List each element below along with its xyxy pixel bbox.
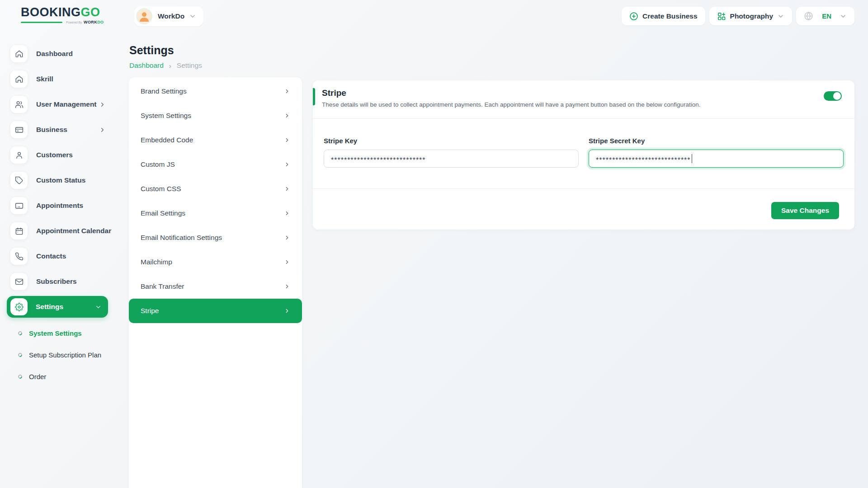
calendar-icon <box>10 222 28 239</box>
business-type-dropdown[interactable]: Photography <box>709 7 793 25</box>
chevron-right-icon <box>284 235 290 241</box>
sidebar-item-user-management[interactable]: User Management <box>0 92 128 117</box>
chevron-right-icon <box>99 101 106 108</box>
avatar <box>136 8 152 24</box>
header-actions: Create Business Photography EN <box>622 7 854 25</box>
settings-sub-menu: System Settings Setup Subscription Plan … <box>0 322 128 387</box>
chevron-down-icon <box>189 13 196 20</box>
language-label: EN <box>822 12 831 20</box>
stripe-secret-key-label: Stripe Secret Key <box>589 137 844 145</box>
chevron-right-icon <box>284 161 290 168</box>
breadcrumb-dashboard-link[interactable]: Dashboard <box>129 61 164 70</box>
create-business-label: Create Business <box>642 12 697 20</box>
home-icon <box>10 45 28 62</box>
sidebar-item-appointments[interactable]: Appointments <box>0 193 128 218</box>
gear-icon <box>10 298 28 315</box>
logo-text-accent: GO <box>81 5 100 19</box>
stripe-card-description: These details will be used to collect ap… <box>322 101 842 108</box>
stripe-settings-card: Stripe These details will be used to col… <box>313 80 854 230</box>
chevron-down-icon <box>777 13 784 20</box>
workspace-switcher[interactable]: WorkDo <box>134 6 203 26</box>
settings-menu-embedded-code[interactable]: Embedded Code <box>129 128 302 152</box>
chevron-right-icon <box>284 259 290 265</box>
settings-menu-system-settings[interactable]: System Settings <box>129 103 302 128</box>
users-icon <box>10 96 28 113</box>
bullet-icon <box>17 330 23 336</box>
stripe-card-title: Stripe <box>322 88 842 98</box>
chevron-right-icon <box>284 283 290 290</box>
stripe-card-header: Stripe These details will be used to col… <box>313 80 854 119</box>
language-dropdown[interactable]: EN <box>796 7 854 25</box>
top-header: BOOKINGGO Powered By WORKDO WorkDo Creat… <box>0 0 868 32</box>
stripe-key-value: ***************************** <box>331 156 426 164</box>
powered-brand: WORKDO <box>84 20 104 24</box>
settings-menu-custom-js[interactable]: Custom JS <box>129 152 302 177</box>
chevron-down-icon <box>95 304 102 310</box>
settings-menu-mailchimp[interactable]: Mailchimp <box>129 250 302 274</box>
page-head: Settings Dashboard › Settings <box>129 44 202 70</box>
chevron-right-icon <box>284 137 290 143</box>
credit-card-icon <box>10 197 28 214</box>
stripe-secret-key-input[interactable]: ***************************** <box>589 150 844 168</box>
chevron-right-icon <box>284 113 290 119</box>
sidebar-subitem-order[interactable]: Order <box>0 366 128 387</box>
sidebar-item-skrill[interactable]: Skrill <box>0 66 128 92</box>
circle-plus-icon <box>629 12 638 21</box>
sidebar-item-business[interactable]: Business <box>0 117 128 142</box>
chevron-right-icon <box>284 210 290 216</box>
toggle-knob <box>833 92 841 100</box>
settings-menu-custom-css[interactable]: Custom CSS <box>129 177 302 201</box>
sidebar-item-appointment-calendar[interactable]: Appointment Calendar <box>0 218 128 244</box>
stripe-key-field: Stripe Key ***************************** <box>324 137 579 168</box>
bullet-icon <box>17 374 23 380</box>
stripe-key-label: Stripe Key <box>324 137 579 145</box>
settings-menu-bank-transfer[interactable]: Bank Transfer <box>129 274 302 299</box>
breadcrumb-separator: › <box>169 62 171 70</box>
settings-menu-email-settings[interactable]: Email Settings <box>129 201 302 225</box>
settings-menu-stripe[interactable]: Stripe <box>129 299 302 323</box>
logo-text: BOOKINGGO <box>21 6 104 19</box>
sidebar-item-customers[interactable]: Customers <box>0 142 128 168</box>
create-business-button[interactable]: Create Business <box>622 7 705 25</box>
category-grid-icon <box>717 12 726 21</box>
stripe-enabled-toggle[interactable] <box>824 91 842 101</box>
logo-underline <box>21 22 62 23</box>
sidebar-item-contacts[interactable]: Contacts <box>0 244 128 269</box>
stripe-secret-key-field: Stripe Secret Key **********************… <box>589 137 844 168</box>
logo-text-primary: BOOKING <box>21 5 81 19</box>
business-type-label: Photography <box>730 12 774 20</box>
globe-icon <box>804 11 813 21</box>
powered-by-text: Powered By <box>66 21 82 24</box>
stripe-card-footer: Save Changes <box>313 189 854 230</box>
stripe-secret-key-value: ***************************** <box>596 156 691 164</box>
sidebar-subitem-system-settings[interactable]: System Settings <box>0 322 128 344</box>
chevron-right-icon <box>284 186 290 192</box>
sidebar-item-custom-status[interactable]: Custom Status <box>0 168 128 193</box>
tag-icon <box>10 172 28 189</box>
stripe-key-input[interactable]: ***************************** <box>324 150 579 168</box>
app-logo[interactable]: BOOKINGGO Powered By WORKDO <box>21 6 104 24</box>
accent-bar <box>313 88 315 105</box>
home-icon <box>10 70 28 88</box>
settings-menu-brand-settings[interactable]: Brand Settings <box>129 79 302 103</box>
settings-menu-email-notification-settings[interactable]: Email Notification Settings <box>129 225 302 250</box>
page-title: Settings <box>129 44 202 57</box>
logo-subline: Powered By WORKDO <box>21 20 104 24</box>
sidebar-item-dashboard[interactable]: Dashboard <box>0 41 128 66</box>
stripe-card-body: Stripe Key *****************************… <box>313 119 854 189</box>
person-icon <box>10 146 28 164</box>
chevron-right-icon <box>284 308 290 314</box>
mail-icon <box>10 273 28 290</box>
sidebar-item-settings[interactable]: Settings <box>7 296 108 318</box>
workspace-name: WorkDo <box>158 12 184 20</box>
text-cursor <box>692 154 693 163</box>
breadcrumb: Dashboard › Settings <box>129 61 202 70</box>
person-avatar-icon <box>137 9 151 24</box>
save-changes-button[interactable]: Save Changes <box>771 202 839 219</box>
settings-menu-panel: Brand Settings System Settings Embedded … <box>129 77 302 488</box>
bullet-icon <box>17 352 23 358</box>
credit-card-icon <box>10 121 28 138</box>
sidebar-subitem-setup-subscription-plan[interactable]: Setup Subscription Plan <box>0 344 128 366</box>
sidebar-item-subscribers[interactable]: Subscribers <box>0 269 128 294</box>
chevron-right-icon <box>284 88 290 94</box>
